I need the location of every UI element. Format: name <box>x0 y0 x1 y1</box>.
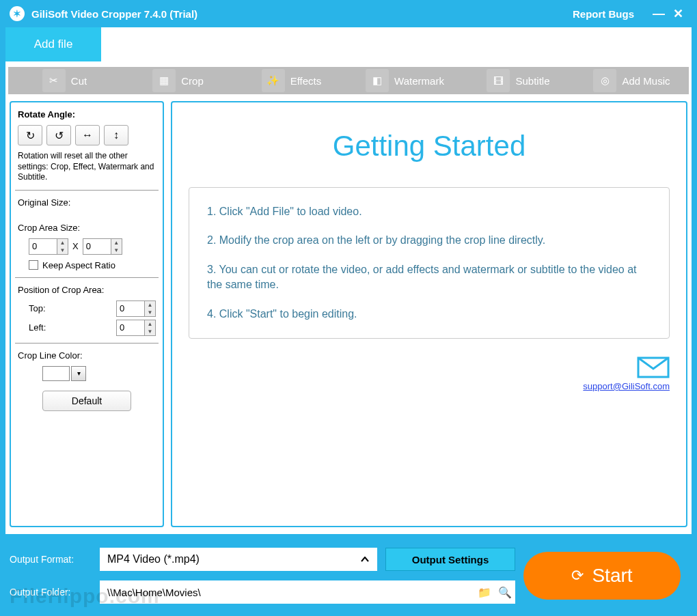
start-button-label: Start <box>592 565 632 587</box>
cut-icon: ✂ <box>42 69 66 92</box>
crop-line-color-label: Crop Line Color: <box>18 350 156 361</box>
divider <box>15 190 159 191</box>
divider <box>15 343 159 344</box>
titlebar: ✶ GiliSoft Video Cropper 7.4.0 (Trial) R… <box>0 0 697 27</box>
crop-sidebar: Rotate Angle: ↻ ↺ ↔ ↕ Rotation will rese… <box>10 101 164 527</box>
top-row: Top: ▲▼ <box>29 300 156 317</box>
output-folder-row: 📁 🔍 <box>100 580 515 604</box>
down-arrow-icon[interactable]: ▼ <box>111 247 122 254</box>
left-input[interactable] <box>116 320 145 336</box>
crop-height-spinner[interactable]: ▲▼ <box>83 238 122 255</box>
content-area: Rotate Angle: ↻ ↺ ↔ ↕ Rotation will rese… <box>5 94 692 534</box>
refresh-icon: ⟳ <box>571 567 584 585</box>
tab-effects-label: Effects <box>290 75 322 87</box>
effects-icon: ✨ <box>262 69 285 92</box>
tab-effects[interactable]: ✨Effects <box>235 67 348 94</box>
aspect-ratio-row: Keep Aspect Ratio <box>29 260 156 270</box>
output-folder-input[interactable] <box>100 580 474 604</box>
crop-area-size-label: Crop Area Size: <box>18 223 156 233</box>
step-1: 1. Click "Add File" to load video. <box>207 204 651 219</box>
subtitle-icon: 🎞 <box>487 69 510 92</box>
down-arrow-icon[interactable]: ▼ <box>145 328 155 335</box>
browse-folder-button[interactable]: 📁 <box>474 580 495 604</box>
step-2: 2. Modify the crop area on the left or b… <box>207 233 651 248</box>
crop-size-row: ▲▼ X ▲▼ <box>29 238 156 255</box>
top-spinner[interactable]: ▲▼ <box>116 300 156 317</box>
footer-bar: Output Format: Output Settings ⟳ Start O… <box>0 540 697 616</box>
crop-width-input[interactable] <box>29 238 57 255</box>
aspect-ratio-label: Keep Aspect Ratio <box>42 260 115 270</box>
top-input[interactable] <box>116 300 145 317</box>
app-window: ✶ GiliSoft Video Cropper 7.4.0 (Trial) R… <box>0 0 697 616</box>
tab-watermark-label: Watermark <box>394 75 444 87</box>
rotate-note: Rotation will reset all the other settin… <box>18 151 156 183</box>
getting-started-box: 1. Click "Add File" to load video. 2. Mo… <box>189 187 670 339</box>
music-icon: ◎ <box>593 69 616 92</box>
tab-add-music-label: Add Music <box>622 75 670 87</box>
top-label: Top: <box>29 303 46 313</box>
tab-subtitle[interactable]: 🎞Subtitle <box>462 67 575 94</box>
color-swatch[interactable] <box>42 366 70 381</box>
support-email-link[interactable]: support@GiliSoft.com <box>583 381 670 391</box>
step-3: 3. You can cut or rotate the video, or a… <box>207 262 651 293</box>
down-arrow-icon[interactable]: ▼ <box>57 247 68 254</box>
output-format-input[interactable] <box>100 548 353 571</box>
up-arrow-icon[interactable]: ▲ <box>145 320 155 328</box>
output-folder-label: Output Folder: <box>10 587 92 598</box>
top-toolbar: Add file <box>5 27 692 61</box>
color-dropdown-button[interactable]: ▾ <box>71 366 86 381</box>
crop-icon: ▦ <box>152 69 176 92</box>
output-format-select[interactable] <box>100 548 377 571</box>
tab-watermark[interactable]: ◧Watermark <box>348 67 462 94</box>
tab-crop[interactable]: ▦Crop <box>122 67 235 94</box>
flip-vertical-button[interactable]: ↕ <box>104 125 128 145</box>
rotate-buttons: ↻ ↺ ↔ ↕ <box>18 125 156 145</box>
mail-icon[interactable] <box>637 356 670 378</box>
close-button[interactable]: ✕ <box>668 6 687 21</box>
app-icon: ✶ <box>10 6 25 21</box>
inner-frame: Add file ✂Cut ▦Crop ✨Effects ◧Watermark … <box>5 27 692 534</box>
down-arrow-icon[interactable]: ▼ <box>145 309 155 316</box>
support-row: support@GiliSoft.com <box>189 356 670 391</box>
search-folder-button[interactable]: 🔍 <box>495 580 515 604</box>
watermark-icon: ◧ <box>366 69 389 92</box>
x-separator: X <box>72 241 79 251</box>
tab-crop-label: Crop <box>181 75 204 87</box>
up-arrow-icon[interactable]: ▲ <box>145 301 155 309</box>
left-label: Left: <box>29 322 46 333</box>
crop-height-input[interactable] <box>83 238 111 255</box>
output-format-label: Output Format: <box>10 554 92 565</box>
rotate-angle-label: Rotate Angle: <box>18 109 156 120</box>
add-file-button[interactable]: Add file <box>5 27 101 61</box>
position-label: Position of Crop Area: <box>18 285 156 295</box>
output-settings-button[interactable]: Output Settings <box>385 548 515 571</box>
report-bugs-link[interactable]: Report Bugs <box>573 8 634 20</box>
flip-horizontal-button[interactable]: ↔ <box>75 125 100 145</box>
aspect-ratio-checkbox[interactable] <box>29 260 38 270</box>
rotate-ccw-button[interactable]: ↺ <box>46 125 71 145</box>
format-dropdown-button[interactable] <box>353 548 377 571</box>
up-arrow-icon[interactable]: ▲ <box>111 239 122 247</box>
divider <box>15 277 159 278</box>
original-size-label: Original Size: <box>18 197 156 208</box>
tab-cut-label: Cut <box>71 75 87 87</box>
default-button[interactable]: Default <box>42 391 131 411</box>
left-row: Left: ▲▼ <box>29 320 156 336</box>
tab-cut[interactable]: ✂Cut <box>8 67 122 94</box>
rotate-cw-button[interactable]: ↻ <box>18 125 42 145</box>
window-title: GiliSoft Video Cropper 7.4.0 (Trial) <box>31 8 197 20</box>
up-arrow-icon[interactable]: ▲ <box>57 239 68 247</box>
color-picker-row: ▾ <box>42 366 156 381</box>
step-4: 4. Click "Start" to begin editing. <box>207 307 651 322</box>
minimize-button[interactable]: — <box>649 7 668 21</box>
main-panel: Getting Started 1. Click "Add File" to l… <box>171 101 687 527</box>
tab-add-music[interactable]: ◎Add Music <box>575 67 689 94</box>
tab-subtitle-label: Subtitle <box>515 75 549 87</box>
crop-width-spinner[interactable]: ▲▼ <box>29 238 68 255</box>
start-button[interactable]: ⟳ Start <box>523 552 681 600</box>
tab-bar: ✂Cut ▦Crop ✨Effects ◧Watermark 🎞Subtitle… <box>8 67 689 94</box>
left-spinner[interactable]: ▲▼ <box>116 320 156 336</box>
getting-started-heading: Getting Started <box>189 130 670 163</box>
